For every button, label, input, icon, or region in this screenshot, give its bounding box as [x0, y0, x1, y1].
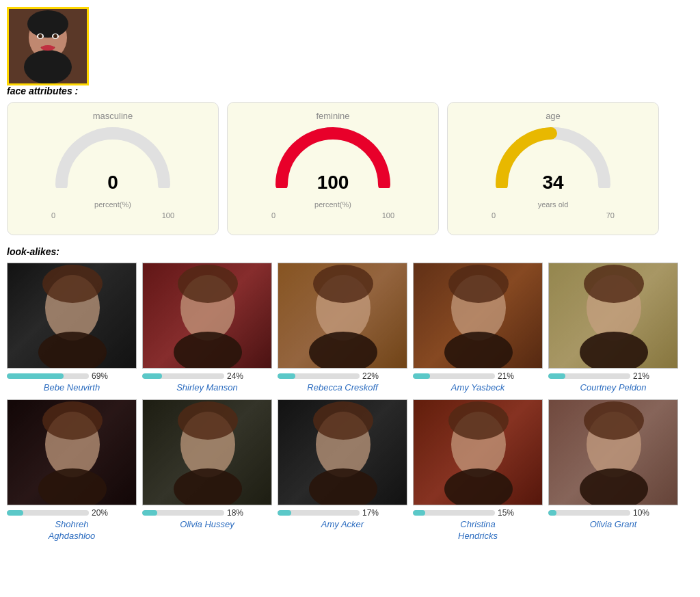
- lookalike-name[interactable]: Amy Acker: [278, 519, 407, 531]
- progress-row: 24%: [142, 371, 272, 381]
- list-item: 21%Courtney Peldon: [548, 263, 678, 394]
- progress-bar-fill: [548, 510, 556, 516]
- match-percentage: 18%: [227, 508, 243, 518]
- masculine-max: 100: [162, 211, 174, 220]
- progress-row: 22%: [278, 371, 407, 381]
- progress-row: 18%: [142, 508, 272, 518]
- lookalike-name[interactable]: Olivia Hussey: [142, 519, 272, 531]
- feminine-min: 0: [271, 211, 275, 220]
- progress-bar-bg: [548, 373, 630, 379]
- lookalike-photo: [142, 399, 272, 505]
- match-percentage: 21%: [498, 371, 514, 381]
- age-max: 70: [606, 211, 615, 220]
- masculine-gauge: masculine 0 percent(%) 0 100: [7, 102, 219, 235]
- progress-row: 69%: [7, 371, 137, 381]
- lookalike-name[interactable]: Bebe Neuvirth: [7, 382, 137, 394]
- age-value: 34: [542, 172, 563, 194]
- progress-bar-bg: [548, 510, 630, 516]
- progress-bar-bg: [142, 373, 224, 379]
- feminine-gauge-container: 100: [271, 127, 394, 188]
- lookalike-photo: [7, 263, 137, 369]
- list-item: 20%ShohrehAghdashloo: [7, 399, 137, 542]
- lookalike-name[interactable]: Shirley Manson: [142, 382, 272, 394]
- lookalike-name[interactable]: Rebecca Creskoff: [278, 382, 407, 394]
- lookalike-photo: [7, 399, 137, 505]
- lookalike-photo: [278, 399, 407, 505]
- svg-point-6: [38, 34, 42, 38]
- face-attributes-title: face attributes :: [7, 85, 693, 96]
- masculine-label: masculine: [93, 111, 133, 121]
- list-item: 22%Rebecca Creskoff: [278, 263, 407, 394]
- match-percentage: 15%: [498, 508, 514, 518]
- age-gauge-container: 34: [492, 127, 615, 188]
- svg-point-47: [584, 401, 644, 440]
- svg-point-7: [53, 34, 57, 38]
- progress-bar-bg: [142, 510, 224, 516]
- list-item: 17%Amy Acker: [278, 399, 407, 542]
- svg-point-23: [448, 265, 509, 303]
- progress-bar-fill: [142, 373, 162, 379]
- masculine-min: 0: [51, 211, 55, 220]
- progress-bar-fill: [7, 510, 23, 516]
- match-percentage: 20%: [92, 508, 108, 518]
- svg-point-27: [584, 265, 644, 303]
- svg-point-15: [178, 265, 238, 303]
- lookalike-photo: [142, 263, 272, 369]
- list-item: 18%Olivia Hussey: [142, 399, 272, 542]
- match-percentage: 10%: [633, 508, 649, 518]
- progress-bar-bg: [7, 373, 89, 379]
- lookalike-name[interactable]: Courtney Peldon: [548, 382, 678, 394]
- gauges-row: masculine 0 percent(%) 0 100 feminine 10…: [7, 102, 693, 235]
- progress-bar-bg: [413, 373, 495, 379]
- progress-row: 20%: [7, 508, 137, 518]
- progress-bar-fill: [413, 510, 425, 516]
- masculine-value: 0: [107, 172, 118, 194]
- progress-row: 17%: [278, 508, 407, 518]
- progress-row: 15%: [413, 508, 543, 518]
- progress-row: 21%: [413, 371, 543, 381]
- lookalike-name[interactable]: ShohrehAghdashloo: [7, 519, 137, 542]
- masculine-minmax: 0 100: [51, 211, 174, 220]
- feminine-value: 100: [317, 172, 349, 194]
- masculine-gauge-container: 0: [51, 127, 174, 188]
- lookalikes-row-0: 69%Bebe Neuvirth 24%Shirley Manson 22%Re…: [7, 263, 693, 394]
- progress-bar-fill: [278, 373, 295, 379]
- uploaded-photo: [7, 7, 89, 85]
- svg-point-8: [41, 45, 55, 51]
- list-item: 15%ChristinaHendricks: [413, 399, 543, 542]
- lookalike-photo: [548, 399, 678, 505]
- match-percentage: 69%: [92, 371, 108, 381]
- progress-bar-fill: [413, 373, 430, 379]
- feminine-minmax: 0 100: [271, 211, 394, 220]
- lookalike-photo: [278, 263, 407, 369]
- list-item: 21%Amy Yasbeck: [413, 263, 543, 394]
- feminine-gauge: feminine 100 percent(%) 0 100: [227, 102, 439, 235]
- progress-bar-fill: [548, 373, 565, 379]
- svg-point-39: [313, 401, 373, 440]
- svg-point-31: [42, 401, 103, 440]
- lookalike-name[interactable]: ChristinaHendricks: [413, 519, 543, 542]
- match-percentage: 17%: [362, 508, 379, 518]
- list-item: 10%Olivia Grant: [548, 399, 678, 542]
- lookalikes-row-1: 20%ShohrehAghdashloo 18%Olivia Hussey 17…: [7, 399, 693, 542]
- progress-bar-bg: [278, 373, 360, 379]
- list-item: 69%Bebe Neuvirth: [7, 263, 137, 394]
- progress-bar-fill: [7, 373, 64, 379]
- match-percentage: 24%: [227, 371, 243, 381]
- svg-point-43: [448, 401, 509, 440]
- age-minmax: 0 70: [492, 211, 615, 220]
- progress-row: 21%: [548, 371, 678, 381]
- match-percentage: 21%: [633, 371, 649, 381]
- progress-bar-fill: [278, 510, 291, 516]
- svg-point-19: [313, 265, 373, 303]
- age-label: age: [546, 111, 561, 121]
- lookalikes-grid: 69%Bebe Neuvirth 24%Shirley Manson 22%Re…: [7, 263, 693, 542]
- age-unit: years old: [538, 200, 569, 209]
- lookalike-name[interactable]: Olivia Grant: [548, 519, 678, 531]
- lookalike-name[interactable]: Amy Yasbeck: [413, 382, 543, 394]
- age-gauge: age 34 years old 0 70: [447, 102, 659, 235]
- list-item: 24%Shirley Manson: [142, 263, 272, 394]
- svg-point-3: [27, 10, 68, 38]
- progress-bar-bg: [413, 510, 495, 516]
- feminine-unit: percent(%): [314, 200, 351, 209]
